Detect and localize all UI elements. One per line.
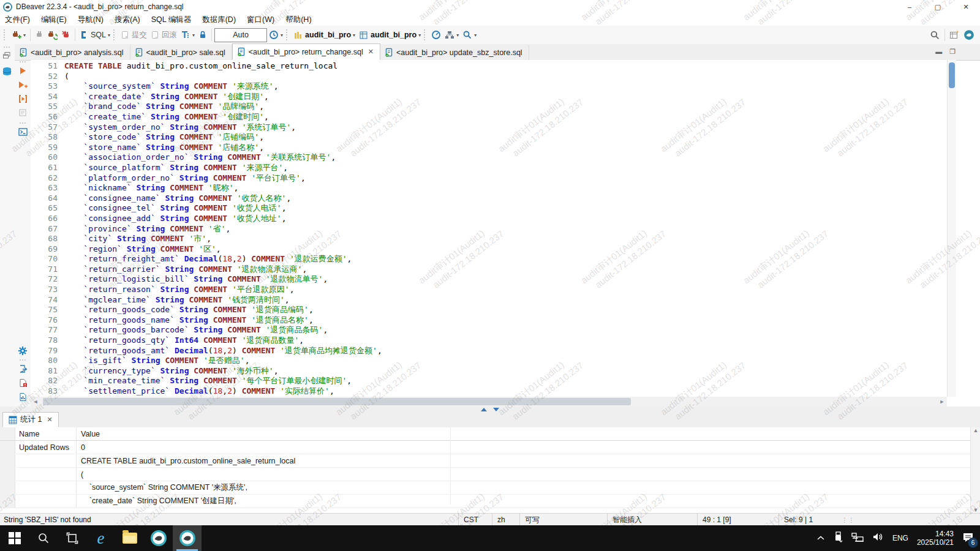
- dashboard-button[interactable]: [429, 28, 443, 42]
- code-line-52[interactable]: 52(: [31, 72, 947, 82]
- quick-search-button[interactable]: [928, 28, 942, 42]
- validation-log-button[interactable]: [15, 377, 31, 389]
- grid-row-1[interactable]: CREATE TABLE audit_bi_pro.custom_online_…: [0, 454, 980, 468]
- execute-script-button[interactable]: [15, 92, 31, 105]
- code-line-68[interactable]: 68 `city` String COMMENT '市',: [31, 234, 947, 244]
- code-line-75[interactable]: 75 `return_goods_code` String COMMENT '退…: [31, 305, 947, 315]
- export-result-button[interactable]: [15, 362, 31, 375]
- menu-item-3[interactable]: 搜索(A): [115, 15, 140, 25]
- code-line-78[interactable]: 78 `return_goods_qty` Int64 COMMENT '退货商…: [31, 335, 947, 346]
- grid-row-2[interactable]: (: [0, 468, 980, 481]
- column-header-value[interactable]: Value: [77, 427, 980, 440]
- restore-view-button[interactable]: [2, 51, 15, 62]
- code-line-81[interactable]: 81 `currency_type` String COMMENT '海外币种'…: [31, 366, 947, 377]
- code-line-63[interactable]: 63 `nickname` String COMMENT '昵称',: [31, 183, 947, 193]
- code-line-65[interactable]: 65 `consignee_tel` String COMMENT '收货人电话…: [31, 203, 947, 214]
- connect-button[interactable]: [33, 28, 45, 42]
- code-line-77[interactable]: 77 `return_goods_barcode` String COMMENT…: [31, 325, 947, 335]
- code-line-80[interactable]: 80 `is_gift` String COMMENT '是否赠品',: [31, 356, 947, 366]
- execute-statement-button[interactable]: [15, 64, 31, 77]
- sash-up-icon[interactable]: [481, 408, 487, 411]
- code-line-51[interactable]: 51CREATE TABLE audit_bi_pro.custom_onlin…: [31, 61, 947, 72]
- code-line-62[interactable]: 62 `platform_order_no` String COMMENT '平…: [31, 173, 947, 184]
- grid-row-0[interactable]: Updated Rows0: [0, 441, 980, 454]
- code-line-67[interactable]: 67 `province` String COMMENT '省',: [31, 224, 947, 234]
- reconnect-button[interactable]: [45, 28, 59, 42]
- connection-selector[interactable]: audit_bi_pro ▾: [292, 28, 357, 42]
- menu-item-7[interactable]: 帮助(H): [285, 15, 311, 25]
- minimize-button[interactable]: –: [895, 0, 924, 13]
- code-line-72[interactable]: 72 `return_logistic_bill` String COMMENT…: [31, 274, 947, 285]
- code-line-60[interactable]: 60 `association_order_no` String COMMENT…: [31, 152, 947, 163]
- code-line-76[interactable]: 76 `return_goods_name` String COMMENT '退…: [31, 315, 947, 326]
- sql-editor[interactable]: 51CREATE TABLE audit_bi_pro.custom_onlin…: [31, 60, 947, 397]
- close-icon[interactable]: ✕: [47, 416, 52, 424]
- taskbar-clock[interactable]: 14:43 2025/10/21: [917, 530, 954, 547]
- tray-expand-icon[interactable]: [816, 533, 825, 544]
- taskbar-search-button[interactable]: [29, 525, 58, 551]
- code-line-69[interactable]: 69 `region` String COMMENT '区',: [31, 244, 947, 255]
- editor-tab-2[interactable]: <audit_bi_pro> return_change.sql✕: [232, 43, 380, 60]
- start-button[interactable]: [0, 525, 29, 551]
- editor-tab-3[interactable]: <audit_bi_pro> update_sbz_store.sql: [380, 45, 529, 60]
- volume-icon[interactable]: [872, 532, 884, 544]
- statistics-view-button[interactable]: [15, 391, 31, 403]
- editor-tab-1[interactable]: <audit_bi_pro> sale.sql: [130, 45, 232, 60]
- close-icon[interactable]: ✕: [368, 48, 374, 56]
- maximize-view-icon[interactable]: ❐: [949, 48, 956, 56]
- code-line-66[interactable]: 66 `consignee_add` String COMMENT '收货人地址…: [31, 214, 947, 224]
- menu-item-1[interactable]: 编辑(E): [41, 15, 67, 25]
- sash-down-icon[interactable]: [493, 408, 499, 411]
- dbeaver-taskbar-button[interactable]: [144, 525, 173, 551]
- history-button[interactable]: ▾: [267, 28, 285, 42]
- menu-item-4[interactable]: SQL 编辑器: [151, 15, 192, 25]
- code-line-79[interactable]: 79 `return_goods_amt` Decimal(18,2) COMM…: [31, 346, 947, 356]
- schema-selector[interactable]: audit_bi_pro ▾: [357, 28, 423, 42]
- code-line-83[interactable]: 83 `settlement_price` Decimal(18,2) COMM…: [31, 386, 947, 397]
- grid-row-4[interactable]: `create_date` String COMMENT '创建日期',: [0, 495, 980, 508]
- stats-vertical-scrollbar[interactable]: ▲ ▼: [970, 427, 980, 513]
- notification-center-button[interactable]: 6: [962, 532, 974, 545]
- code-line-59[interactable]: 59 `store_name` String COMMENT '店铺名称',: [31, 143, 947, 153]
- editor-horizontal-scrollbar[interactable]: ◄ ►: [31, 397, 947, 407]
- editor-tab-0[interactable]: <audit_bi_pro> analysis.sql: [15, 45, 130, 60]
- code-line-55[interactable]: 55 `brand_code` String COMMENT '品牌编码',: [31, 102, 947, 112]
- minimize-view-icon[interactable]: ▬: [935, 48, 942, 56]
- dbeaver-taskbar-button-active[interactable]: [173, 525, 202, 551]
- status-segment-1[interactable]: zh: [492, 514, 519, 526]
- scroll-right-icon[interactable]: ►: [937, 399, 947, 405]
- status-segment-2[interactable]: 可写: [519, 514, 607, 526]
- usb-icon[interactable]: [834, 531, 843, 545]
- code-line-54[interactable]: 54 `create_date` String COMMENT '创建日期',: [31, 92, 947, 102]
- disconnect-button[interactable]: [59, 28, 72, 42]
- close-button[interactable]: ✕: [952, 0, 980, 13]
- task-view-button[interactable]: [58, 525, 86, 551]
- execute-new-tab-button[interactable]: [15, 78, 31, 91]
- scroll-down-icon[interactable]: ▼: [973, 507, 979, 513]
- code-line-56[interactable]: 56 `create_time` String COMMENT '创建时间',: [31, 112, 947, 122]
- code-line-58[interactable]: 58 `store_code` String COMMENT '店铺编码',: [31, 132, 947, 143]
- status-segment-4[interactable]: 49 : 1 [9]: [697, 514, 778, 526]
- transaction-log-button[interactable]: ▾: [179, 28, 197, 42]
- scroll-left-icon[interactable]: ◄: [31, 399, 40, 405]
- status-segment-3[interactable]: 智能插入: [607, 514, 697, 526]
- er-diagram-button[interactable]: ▾: [443, 28, 461, 42]
- explain-plan-button[interactable]: [15, 107, 31, 119]
- hscroll-thumb[interactable]: [43, 398, 631, 405]
- transaction-mode-select[interactable]: Auto: [214, 28, 267, 42]
- status-segment-0[interactable]: CST: [458, 514, 492, 526]
- maximize-button[interactable]: ▢: [924, 0, 952, 13]
- code-line-71[interactable]: 71 `return_carrier` String COMMENT '退款物流…: [31, 264, 947, 275]
- search-button[interactable]: ▾: [461, 28, 478, 42]
- code-area[interactable]: 51CREATE TABLE audit_bi_pro.custom_onlin…: [31, 60, 947, 397]
- open-perspective-button[interactable]: [948, 28, 962, 42]
- dbeaver-perspective-button[interactable]: [962, 28, 976, 42]
- scroll-up-icon[interactable]: ▲: [973, 427, 979, 433]
- menu-item-5[interactable]: 数据库(D): [202, 15, 236, 25]
- file-explorer-button[interactable]: [115, 525, 144, 551]
- network-icon[interactable]: [851, 532, 864, 544]
- code-line-74[interactable]: 74 `mgclear_time` String COMMENT '钱货两清时间…: [31, 295, 947, 305]
- menu-item-6[interactable]: 窗口(W): [247, 15, 274, 25]
- vscroll-thumb[interactable]: [949, 62, 955, 88]
- panel-sash[interactable]: [0, 407, 980, 413]
